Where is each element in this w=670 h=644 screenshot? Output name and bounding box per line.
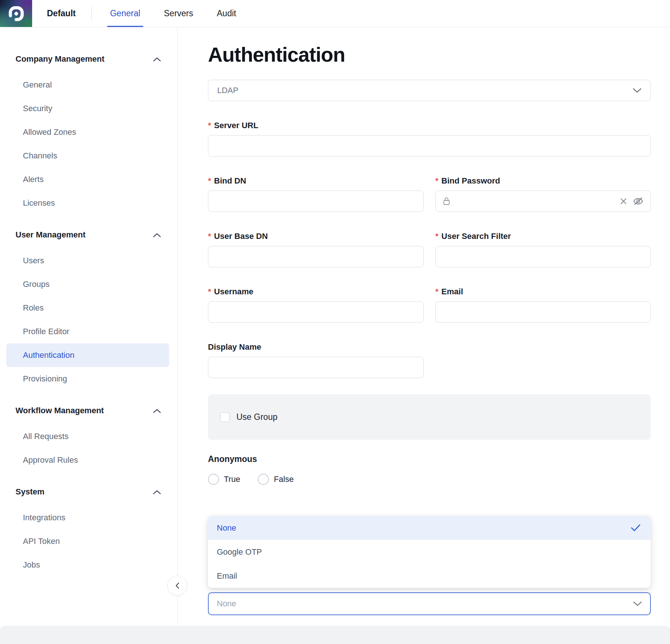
- email-label: * Email: [435, 287, 651, 297]
- use-group-checkbox[interactable]: [220, 412, 230, 422]
- username-label: * Username: [208, 287, 424, 297]
- use-group-label: Use Group: [236, 412, 277, 422]
- sidebar-item-alerts[interactable]: Alerts: [6, 168, 169, 191]
- required-asterisk: *: [208, 176, 211, 186]
- anonymous-true-radio[interactable]: True: [208, 474, 240, 485]
- sidebar-item-general[interactable]: General: [6, 73, 169, 97]
- sidebar-item-groups[interactable]: Groups: [6, 273, 169, 296]
- sidebar-item-jobs[interactable]: Jobs: [6, 553, 169, 577]
- radio-label-true: True: [224, 475, 240, 484]
- section-title: User Management: [16, 230, 86, 240]
- bind-password-input[interactable]: [455, 191, 616, 212]
- use-group-panel: Use Group: [208, 394, 651, 440]
- required-asterisk: *: [435, 231, 439, 241]
- mfa-dropdown-panel: None Google OTP Email: [208, 516, 651, 588]
- sidebar: Company Management General Security Allo…: [0, 27, 178, 625]
- sidebar-collapse-button[interactable]: [167, 576, 187, 596]
- user-base-dn-field: * User Base DN: [208, 231, 424, 267]
- tab-audit[interactable]: Audit: [217, 0, 236, 27]
- chevron-up-icon: [153, 406, 161, 415]
- eye-off-icon[interactable]: [633, 196, 644, 206]
- user-base-dn-label: * User Base DN: [208, 231, 424, 241]
- user-search-filter-label: * User Search Filter: [435, 231, 651, 241]
- radio-circle: [208, 474, 219, 485]
- user-dn-row: * User Base DN * User Search Filter: [208, 231, 651, 267]
- clear-input-icon[interactable]: [620, 198, 627, 205]
- user-search-filter-input[interactable]: [435, 246, 651, 267]
- user-management-list: Users Groups Roles Profile Editor Authen…: [0, 249, 177, 391]
- company-management-list: General Security Allowed Zones Channels …: [0, 73, 177, 215]
- system-list: Integrations API Token Jobs: [0, 506, 177, 577]
- bind-row: * Bind DN * Bind Password: [208, 176, 651, 212]
- user-search-filter-field: * User Search Filter: [435, 231, 651, 267]
- sidebar-item-security[interactable]: Security: [6, 97, 169, 120]
- dropdown-option-email[interactable]: Email: [208, 564, 651, 588]
- display-name-row: Display Name: [208, 342, 651, 378]
- chevron-left-icon: [175, 582, 180, 589]
- top-bar: Default General Servers Audit: [0, 0, 670, 27]
- section-title: System: [16, 487, 44, 497]
- sidebar-item-channels[interactable]: Channels: [6, 144, 169, 168]
- server-url-input[interactable]: [208, 135, 651, 157]
- chevron-up-icon: [153, 230, 161, 240]
- username-input[interactable]: [208, 301, 424, 323]
- sidebar-item-profile-editor[interactable]: Profile Editor: [6, 320, 169, 343]
- sidebar-item-approval-rules[interactable]: Approval Rules: [6, 448, 169, 472]
- chevron-up-icon: [153, 54, 161, 64]
- anonymous-radio-row: True False: [208, 474, 651, 485]
- section-company-management[interactable]: Company Management: [16, 54, 161, 64]
- sidebar-item-users[interactable]: Users: [6, 249, 169, 273]
- main-content: Authentication LDAP * Server URL * Bind …: [208, 27, 651, 615]
- required-asterisk: *: [208, 120, 211, 130]
- sidebar-item-licenses[interactable]: Licenses: [6, 191, 169, 215]
- anonymous-false-radio[interactable]: False: [258, 474, 294, 485]
- bind-password-field: * Bind Password: [435, 176, 651, 212]
- anonymous-label: Anonymous: [208, 454, 651, 464]
- sidebar-item-api-token[interactable]: API Token: [6, 530, 169, 553]
- chevron-up-icon: [153, 487, 161, 497]
- sidebar-item-provisioning[interactable]: Provisioning: [6, 367, 169, 391]
- server-url-label: * Server URL: [208, 120, 651, 130]
- section-workflow-management[interactable]: Workflow Management: [16, 405, 161, 416]
- workflow-management-list: All Requests Approval Rules: [0, 425, 177, 472]
- sidebar-item-integrations[interactable]: Integrations: [6, 506, 169, 530]
- server-url-row: * Server URL: [208, 120, 651, 157]
- dropdown-option-none[interactable]: None: [208, 516, 651, 540]
- section-user-management[interactable]: User Management: [16, 230, 161, 240]
- auth-type-select[interactable]: LDAP: [208, 80, 651, 101]
- radio-circle: [258, 474, 269, 485]
- tab-general[interactable]: General: [110, 0, 140, 27]
- email-field: * Email: [435, 287, 651, 323]
- app-logo: [0, 0, 32, 27]
- sidebar-item-authentication[interactable]: Authentication: [6, 343, 169, 367]
- tab-servers[interactable]: Servers: [164, 0, 193, 27]
- bind-dn-field: * Bind DN: [208, 176, 424, 212]
- radio-label-false: False: [274, 475, 294, 484]
- lock-icon: [442, 197, 451, 206]
- section-title: Workflow Management: [16, 406, 104, 415]
- username-field: * Username: [208, 287, 424, 323]
- sidebar-item-allowed-zones[interactable]: Allowed Zones: [6, 120, 169, 144]
- required-asterisk: *: [435, 287, 439, 297]
- display-name-input[interactable]: [208, 357, 424, 378]
- user-base-dn-input[interactable]: [208, 246, 424, 267]
- bind-dn-label: * Bind DN: [208, 176, 424, 186]
- bind-password-input-wrap: [435, 191, 651, 212]
- app-logo-icon: [8, 5, 25, 22]
- sidebar-item-roles[interactable]: Roles: [6, 296, 169, 320]
- email-input[interactable]: [435, 301, 651, 323]
- topbar-divider: [91, 6, 92, 21]
- required-asterisk: *: [435, 176, 439, 186]
- display-name-field: Display Name: [208, 342, 424, 378]
- dropdown-option-google-otp[interactable]: Google OTP: [208, 540, 651, 564]
- sidebar-item-all-requests[interactable]: All Requests: [6, 425, 169, 448]
- bind-dn-input[interactable]: [208, 191, 424, 212]
- chevron-down-icon: [633, 88, 642, 93]
- section-title: Company Management: [16, 54, 105, 64]
- auth-type-value: LDAP: [217, 86, 238, 95]
- mfa-select[interactable]: None: [208, 592, 651, 615]
- check-icon: [631, 524, 640, 532]
- workspace-name: Default: [47, 8, 76, 18]
- section-system[interactable]: System: [16, 487, 161, 497]
- required-asterisk: *: [208, 231, 211, 241]
